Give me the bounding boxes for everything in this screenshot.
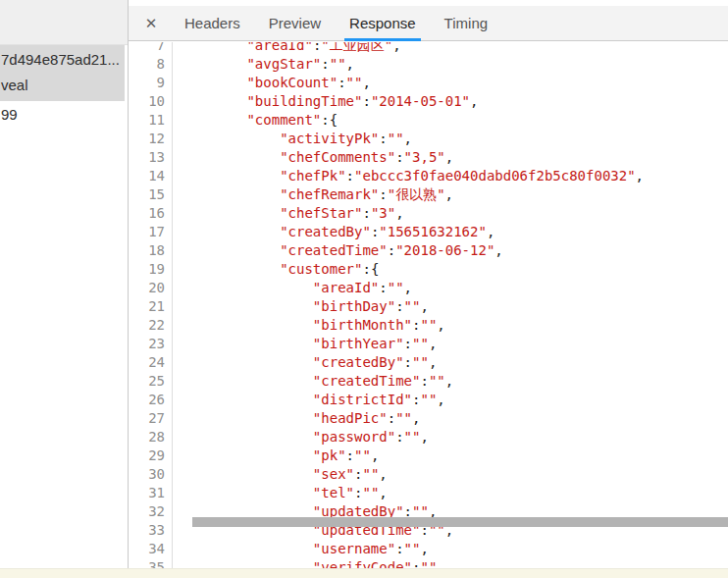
code-line: "chefRemark":"很以熟", [173,185,453,204]
horizontal-scrollbar-thumb[interactable] [192,517,728,527]
line-number: 24 [129,353,173,372]
code-line: "createdTime":"2018-06-12", [173,241,503,260]
code-line: "createdTime":"", [173,372,453,391]
line-number: 29 [129,447,173,465]
line-number: 16 [129,204,173,223]
active-tab-underline [344,38,421,41]
json-line: 29 "pk":"", [129,447,728,465]
request-list-header-area [0,0,128,45]
json-line: 16 "chefStar":"3", [129,204,728,223]
code-line: "sex":"", [173,465,388,484]
code-line: "avgStar":"", [173,55,354,74]
horizontal-scrollbar [129,517,728,527]
code-line: "customer":{ [173,260,379,279]
json-line: 26 "districtId":"", [129,391,728,409]
json-line: 14 "chefPk":"ebccc3f0fae040dabd06f2b5c80… [129,167,728,185]
line-number: 22 [129,316,173,335]
json-line: 34 "username":"", [129,540,728,558]
line-number: 21 [129,297,173,316]
code-line: "chefStar":"3", [173,204,404,223]
json-line: 28 "password":"", [129,428,728,447]
line-number: 20 [129,279,173,297]
tab-response[interactable]: Response [339,6,426,40]
json-line: 31 "tel":"", [129,484,728,502]
code-line: "createdBy":"", [173,353,437,372]
code-line: "birthYear":"", [173,335,437,353]
line-number: 15 [129,185,173,204]
line-number: 13 [129,148,173,167]
json-line: 24 "createdBy":"", [129,353,728,372]
line-number: 7 [129,42,173,55]
close-icon[interactable]: ✕ [136,6,166,40]
line-number: 27 [129,409,173,428]
json-line: 12 "activityPk":"", [129,130,728,148]
tab-label: Timing [444,15,488,31]
json-line: 7 "areaId":"工业园区", [129,42,728,55]
tab-preview[interactable]: Preview [259,6,331,40]
line-number: 12 [129,130,173,148]
line-number: 9 [129,74,173,92]
tab-label: Response [349,15,416,31]
tab-label: Headers [184,15,240,31]
line-number: 31 [129,484,173,502]
code-line: "birthMonth":"", [173,316,445,335]
line-number: 8 [129,55,173,74]
line-number: 18 [129,241,173,260]
line-number: 30 [129,465,173,484]
line-number: 11 [129,111,173,130]
json-line: 30 "sex":"", [129,465,728,484]
json-line: 13 "chefComments":"3,5", [129,148,728,167]
json-line: 27 "headPic":"", [129,409,728,428]
code-line: "headPic":"", [173,409,420,428]
response-body-viewer: 7 "areaId":"工业园区",8 "avgStar":"",9 "book… [129,42,728,578]
tab-timing[interactable]: Timing [435,6,497,40]
json-line: 17 "createdBy":"15651632162", [129,223,728,241]
request-list-item-selected[interactable]: 7d494e875ad21... [0,47,125,73]
code-line: "districtId":"", [173,391,445,409]
code-line: "tel":"", [173,484,388,502]
json-line: 25 "createdTime":"", [129,372,728,391]
code-line: "chefPk":"ebccc3f0fae040dabd06f2b5c80f00… [173,167,644,185]
json-line: 23 "birthYear":"", [129,335,728,353]
request-list-item[interactable]: 99 [0,101,125,128]
code-line: "bookCount":"", [173,74,371,92]
code-line: "comment":{ [173,111,338,130]
code-line: "buildingTime":"2014-05-01", [173,92,478,111]
selected-request-group: 7d494e875ad21...veal [0,45,125,101]
tab-label: Preview [269,15,321,31]
line-number: 25 [129,372,173,391]
line-number: 10 [129,92,173,111]
json-line: 9 "bookCount":"", [129,74,728,92]
request-detail-pane: ✕ HeadersPreviewResponseTiming 7 "areaId… [128,0,728,578]
code-line: "createdBy":"15651632162", [173,223,494,241]
code-line: "activityPk":"", [173,130,412,148]
line-number: 19 [129,260,173,279]
json-line: 21 "birthDay":"", [129,297,728,316]
json-line: 22 "birthMonth":"", [129,316,728,335]
line-number: 14 [129,167,173,185]
line-number: 23 [129,335,173,353]
code-line: "chefComments":"3,5", [173,148,453,167]
line-number: 17 [129,223,173,241]
code-line: "username":"", [173,540,429,558]
json-line: 20 "areaId":"", [129,279,728,297]
line-number: 26 [129,391,173,409]
page-background-strip [0,568,728,578]
code-line: "pk":"", [173,447,379,465]
json-line: 11 "comment":{ [129,111,728,130]
request-list-item-selected[interactable]: veal [0,73,125,98]
code-line: "areaId":"", [173,279,412,297]
json-line: 15 "chefRemark":"很以熟", [129,185,728,204]
json-line: 18 "createdTime":"2018-06-12", [129,241,728,260]
detail-tab-bar: ✕ HeadersPreviewResponseTiming [129,6,728,41]
code-line: "birthDay":"", [173,297,429,316]
line-number: 34 [129,540,173,558]
line-number: 28 [129,428,173,447]
tab-headers[interactable]: Headers [175,6,250,40]
code-line: "password":"", [173,428,429,447]
json-line: 10 "buildingTime":"2014-05-01", [129,92,728,111]
network-request-list: 7d494e875ad21...veal 99 [0,0,128,578]
json-line: 19 "customer":{ [129,260,728,279]
code-line: "areaId":"工业园区", [173,42,401,55]
json-line: 8 "avgStar":"", [129,55,728,74]
